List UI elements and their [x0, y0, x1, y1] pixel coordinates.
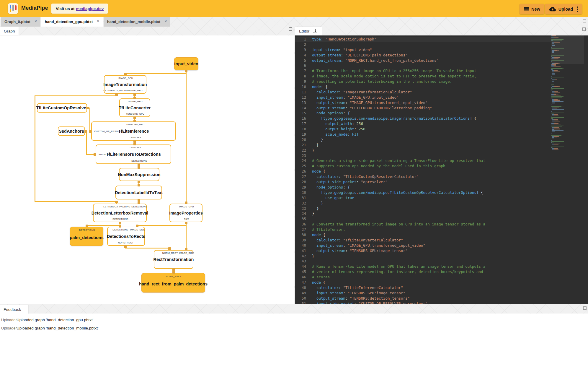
port-label: TENSORS_GPU — [126, 113, 145, 115]
file-tab-Graph_0-pbtxt[interactable]: Graph_0.pbtxt× — [1, 17, 40, 27]
edge-joint-dot — [86, 107, 89, 109]
edge-joint-dot — [133, 120, 136, 122]
graph-node-detection_label_id_to_text[interactable]: DetectionLabelIdToText — [115, 186, 162, 199]
more-options-icon[interactable] — [577, 7, 578, 12]
code-line: 6 — [295, 63, 551, 68]
upload-button[interactable]: Upload — [545, 4, 582, 14]
graph-node-input_video[interactable]: input_video — [174, 57, 198, 70]
port-label: DETECTIONS — [112, 228, 128, 231]
mediapipe-dev-link[interactable]: mediapipe.dev — [76, 7, 104, 11]
port-label: IMAGE_GPU — [118, 77, 133, 79]
graph-node-detection_letterbox_removal[interactable]: DetectionLetterboxRemovalLETTERBOX_PADDI… — [93, 204, 147, 222]
graph-node-hand_rect_from_palm_detections[interactable]: NORM_RECThand_rect_from_palm_detections — [141, 273, 205, 293]
graph-node-non_max_suppression[interactable]: NonMaxSuppression — [119, 168, 159, 181]
graph-node-image_transformation[interactable]: ImageTransformationIMAGE_GPULETTERBOX_PA… — [104, 75, 146, 94]
tab-editor[interactable]: Editor — [295, 27, 322, 35]
code-line: 9# resulting in potential letterboxing i… — [295, 79, 551, 84]
cloud-upload-icon — [549, 7, 556, 12]
new-button[interactable]: New — [520, 4, 544, 14]
code-line: 2 — [295, 42, 551, 47]
edge-joint-dot — [119, 225, 121, 228]
mediapipe-logo-icon — [8, 3, 18, 14]
edge-joint-dot — [124, 245, 127, 248]
menu-icon — [524, 7, 529, 11]
edge-joint-dot — [133, 140, 136, 143]
code-line: 7# Transforms the input image on GPU to … — [295, 68, 551, 74]
graph-node-tflite_tensors_to_detections[interactable]: TfLiteTensorsToDetectionsTENSORSDETECTIO… — [96, 144, 171, 164]
code-line: 10node: { — [295, 84, 551, 90]
code-line: 46# scores. — [295, 275, 551, 280]
graph-node-palm_detections[interactable]: DETECTIONSpalm_detections — [70, 227, 103, 246]
editor-tab-label: Editor — [299, 29, 309, 33]
graph-node-image_properties[interactable]: ImagePropertiesIMAGE_GPUSIZE — [169, 204, 202, 222]
port-label: NORM_RECT — [162, 252, 178, 254]
edge-joint-dot — [86, 225, 88, 227]
feedback-tab-label: Feedback — [4, 307, 21, 312]
tab-feedback[interactable]: Feedback — [0, 305, 28, 314]
graph-node-tflite_custom_op_resolver[interactable]: TfLiteCustomOpResolver — [37, 103, 87, 113]
visit-us-text: Visit us at — [56, 7, 75, 11]
graph-node-ssd_anchors[interactable]: SsdAnchors — [58, 126, 85, 136]
port-label: IMAGE_GPU — [179, 205, 194, 208]
code-line: 38node { — [295, 232, 551, 238]
edge-joint-dot — [138, 166, 140, 169]
port-label: NORM_RECT — [118, 241, 133, 244]
graph-canvas[interactable]: input_videoImageTransformationIMAGE_GPUL… — [0, 35, 294, 304]
graph-node-tflite_converter[interactable]: TfLiteConverterIMAGE_GPUTENSORS_GPU — [119, 98, 150, 117]
port-label: NORM_RECT — [166, 275, 181, 278]
editor-scrollbar[interactable] — [584, 35, 584, 304]
editor-panel[interactable]: 1type: "HandDetectionSubgraph"23input_st… — [295, 35, 588, 304]
code-line: 18 output_height: 256 — [295, 126, 551, 132]
node-title: palm_detections — [70, 235, 103, 240]
edge-joint-dot — [136, 225, 138, 227]
code-line: 20 } — [295, 137, 551, 142]
code-line: 28 output_side_packet: "opresolver" — [295, 179, 551, 185]
edge-joint-dot — [94, 153, 96, 156]
file-tab-hand_detection_mobile-pbtxt[interactable]: hand_detection_mobile.pbtxt× — [104, 17, 170, 27]
graph-node-detections_to_rects[interactable]: DetectionsToRectsDETECTIONSIMAGE_SIZENOR… — [107, 227, 145, 246]
new-button-label: New — [531, 7, 540, 12]
code-line: 16 [type.googleapis.com/mediapipe.ImageT… — [295, 116, 551, 121]
node-title: NonMaxSuppression — [118, 172, 160, 177]
feedback-source: Uploader — [1, 318, 17, 322]
feedback-rows: UploaderUploaded graph 'hand_detection_g… — [0, 316, 588, 332]
expand-graph-panel-icon[interactable] — [289, 27, 292, 31]
node-title: DetectionLabelIdToText — [115, 190, 163, 195]
port-label: DETECTIONS — [112, 218, 128, 220]
edge-joint-dot — [185, 202, 187, 204]
expand-feedback-panel-icon[interactable] — [583, 306, 587, 310]
graph-edge — [186, 222, 187, 251]
download-icon[interactable] — [313, 29, 318, 34]
edge-joint-dot — [138, 199, 140, 202]
code-line: 19 scale_mode: FIT — [295, 132, 551, 137]
expand-layout-icon[interactable] — [583, 19, 586, 22]
file-tab-label: hand_detection_mobile.pbtxt — [107, 20, 161, 24]
node-title: DetectionsToRects — [107, 234, 145, 239]
feedback-message: Uploaded graph 'hand_detection_mobile.pb… — [17, 326, 99, 330]
code-line: 30 [type.googleapis.com/mediapipe.TfLite… — [295, 190, 551, 195]
graph-edge — [35, 95, 35, 202]
minimap-viewport[interactable] — [551, 35, 584, 64]
code-line: 47node { — [295, 280, 551, 285]
close-tab-icon[interactable]: × — [35, 19, 37, 23]
graph-node-tflite_inference[interactable]: TfLiteInferenceTENSORS_GPUTENSORSCUSTOM_… — [91, 121, 176, 141]
code-line: 3input_stream: "input_video" — [295, 47, 551, 53]
code-line: 43 — [295, 259, 551, 264]
expand-editor-panel-icon[interactable] — [582, 27, 586, 31]
edge-joint-dot — [89, 130, 92, 133]
code-line: 27 calculator: "TfLiteCustomOpResolverCa… — [295, 174, 551, 179]
tab-graph[interactable]: Graph — [0, 27, 19, 35]
graph-node-rect_transformation[interactable]: RectTransformationNORM_RECTIMAGE_SIZE — [154, 250, 193, 269]
code-line: 8# image, the scale_mode option is set t… — [295, 74, 551, 79]
file-tab-hand_detection_gpu-pbtxt[interactable]: hand_detection_gpu.pbtxt× — [41, 17, 103, 27]
edge-joint-dot — [115, 93, 118, 96]
edge-joint-dot — [185, 70, 187, 72]
close-tab-icon[interactable]: × — [164, 19, 167, 23]
node-title: TfLiteConverter — [119, 105, 151, 110]
code-area[interactable]: 1type: "HandDetectionSubgraph"23input_st… — [295, 37, 551, 304]
code-line: 29 node_options: { — [295, 185, 551, 190]
close-tab-icon[interactable]: × — [97, 19, 99, 23]
graph-panel[interactable]: input_videoImageTransformationIMAGE_GPUL… — [0, 35, 294, 304]
code-line: 25# supports custom ops needed by the mo… — [295, 163, 551, 169]
file-tab-bar: Graph_0.pbtxt×hand_detection_gpu.pbtxt×h… — [0, 17, 171, 27]
